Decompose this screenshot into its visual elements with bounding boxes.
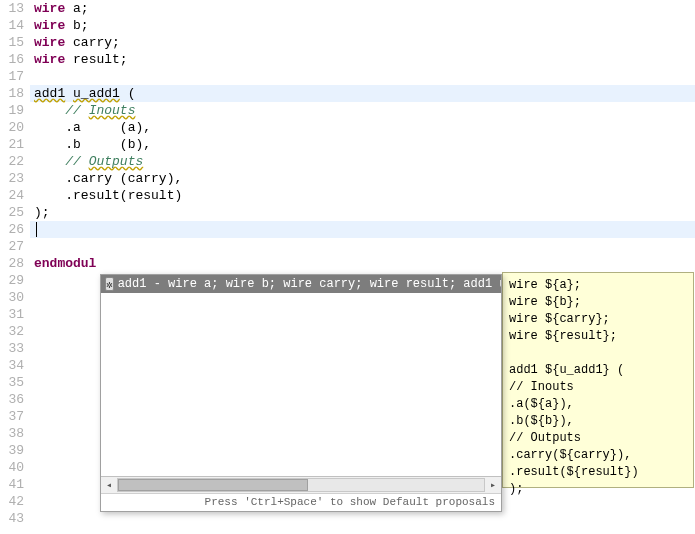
- code-token: [34, 154, 65, 169]
- code-line[interactable]: wire carry;: [30, 34, 695, 51]
- code-token: Outputs: [89, 154, 144, 169]
- code-token: ;: [112, 35, 120, 50]
- line-number: 26: [0, 221, 24, 238]
- line-number: 13: [0, 0, 24, 17]
- line-number: 19: [0, 102, 24, 119]
- code-token: [65, 18, 73, 33]
- line-number: 33: [0, 340, 24, 357]
- template-icon: ✲: [105, 277, 114, 291]
- code-token: (: [120, 86, 136, 101]
- code-token: wire: [34, 18, 65, 33]
- code-token: ;: [81, 1, 89, 16]
- line-number: 15: [0, 34, 24, 51]
- code-line[interactable]: add1 u_add1 (: [30, 85, 695, 102]
- code-line[interactable]: [30, 221, 695, 238]
- code-token: wire: [34, 52, 65, 67]
- code-token: a: [73, 1, 81, 16]
- code-token: (result): [120, 188, 182, 203]
- line-gutter: 1314151617181920212223242526272829303132…: [0, 0, 30, 534]
- line-number: 14: [0, 17, 24, 34]
- code-line[interactable]: [30, 238, 695, 255]
- scroll-left-arrow[interactable]: ◂: [101, 477, 117, 493]
- code-line[interactable]: .a (a),: [30, 119, 695, 136]
- scroll-right-arrow[interactable]: ▸: [485, 477, 501, 493]
- scroll-thumb[interactable]: [118, 479, 308, 491]
- code-line[interactable]: endmodul: [30, 255, 695, 272]
- line-number: 39: [0, 442, 24, 459]
- code-line[interactable]: [30, 68, 695, 85]
- code-token: [65, 1, 73, 16]
- code-line[interactable]: wire result;: [30, 51, 695, 68]
- code-token: carry: [73, 35, 112, 50]
- line-number: 32: [0, 323, 24, 340]
- line-number: 24: [0, 187, 24, 204]
- code-token: endmodul: [34, 256, 96, 271]
- code-token: [65, 52, 73, 67]
- code-token: );: [34, 205, 50, 220]
- line-number: 16: [0, 51, 24, 68]
- line-number: 25: [0, 204, 24, 221]
- line-number: 36: [0, 391, 24, 408]
- code-token: .: [34, 171, 73, 186]
- code-token: b: [73, 137, 81, 152]
- code-token: u_add1: [73, 86, 120, 101]
- line-number: 29: [0, 272, 24, 289]
- code-token: result: [73, 188, 120, 203]
- autocomplete-item-label: add1 - wire a; wire b; wire carry; wire …: [118, 277, 501, 291]
- code-token: ;: [120, 52, 128, 67]
- text-cursor: [36, 222, 37, 237]
- line-number: 22: [0, 153, 24, 170]
- code-line[interactable]: // Outputs: [30, 153, 695, 170]
- code-token: (b),: [81, 137, 151, 152]
- code-token: //: [65, 154, 88, 169]
- code-token: .: [34, 137, 73, 152]
- code-token: carry: [73, 171, 112, 186]
- line-number: 37: [0, 408, 24, 425]
- line-number: 17: [0, 68, 24, 85]
- line-number: 35: [0, 374, 24, 391]
- autocomplete-hint: Press 'Ctrl+Space' to show Default propo…: [101, 493, 501, 511]
- code-token: (a),: [81, 120, 151, 135]
- line-number: 31: [0, 306, 24, 323]
- code-line[interactable]: wire b;: [30, 17, 695, 34]
- code-token: add1: [34, 86, 65, 101]
- line-number: 42: [0, 493, 24, 510]
- line-number: 38: [0, 425, 24, 442]
- code-token: b: [73, 18, 81, 33]
- line-number: 20: [0, 119, 24, 136]
- code-line[interactable]: .b (b),: [30, 136, 695, 153]
- code-token: .: [34, 188, 73, 203]
- code-line[interactable]: .result(result): [30, 187, 695, 204]
- code-token: [65, 35, 73, 50]
- code-line[interactable]: .carry (carry),: [30, 170, 695, 187]
- line-number: 23: [0, 170, 24, 187]
- code-token: wire: [34, 1, 65, 16]
- code-token: wire: [34, 35, 65, 50]
- code-token: //: [65, 103, 88, 118]
- code-line[interactable]: wire a;: [30, 0, 695, 17]
- code-token: [34, 103, 65, 118]
- line-number: 18: [0, 85, 24, 102]
- line-number: 41: [0, 476, 24, 493]
- code-line[interactable]: [30, 510, 695, 527]
- code-line[interactable]: // Inouts: [30, 102, 695, 119]
- line-number: 27: [0, 238, 24, 255]
- line-number: 28: [0, 255, 24, 272]
- code-token: ;: [81, 18, 89, 33]
- autocomplete-item[interactable]: ✲add1 - wire a; wire b; wire carry; wire…: [101, 275, 501, 293]
- line-number: 43: [0, 510, 24, 527]
- code-token: a: [73, 120, 81, 135]
- code-token: result: [73, 52, 120, 67]
- scroll-track[interactable]: [117, 478, 485, 492]
- autocomplete-list[interactable]: ✲add1 - wire a; wire b; wire carry; wire…: [101, 275, 501, 476]
- line-number: 40: [0, 459, 24, 476]
- line-number: 30: [0, 289, 24, 306]
- horizontal-scrollbar[interactable]: ◂ ▸: [101, 476, 501, 493]
- code-token: [65, 86, 73, 101]
- documentation-panel: wire ${a}; wire ${b}; wire ${carry}; wir…: [502, 272, 694, 488]
- code-token: .: [34, 120, 73, 135]
- code-token: (carry),: [112, 171, 182, 186]
- code-line[interactable]: );: [30, 204, 695, 221]
- code-token: Inouts: [89, 103, 136, 118]
- autocomplete-popup[interactable]: ✲add1 - wire a; wire b; wire carry; wire…: [100, 274, 502, 512]
